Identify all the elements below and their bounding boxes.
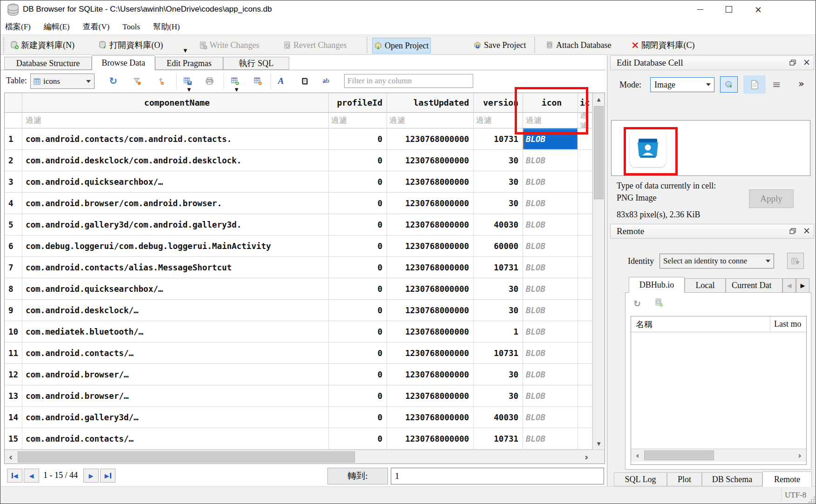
vertical-scroll-thumb[interactable]: [594, 106, 604, 199]
close-panel-button[interactable]: ×: [801, 57, 812, 67]
cell-icon-blob[interactable]: BLOB: [523, 300, 578, 321]
cell-icon-blob[interactable]: BLOB: [523, 407, 578, 428]
cell-profileId[interactable]: 0: [329, 193, 387, 214]
cell-componentName[interactable]: com.android.quicksearchbox/…: [22, 278, 329, 300]
tab-scroll-left-button[interactable]: ◀: [782, 278, 796, 293]
table-select[interactable]: icons: [30, 74, 95, 89]
row-number[interactable]: 10: [5, 321, 22, 343]
float-panel-button[interactable]: [787, 58, 798, 67]
row-number[interactable]: 8: [5, 278, 22, 300]
resize-grip[interactable]: [808, 496, 815, 503]
cell-partial[interactable]: [578, 214, 592, 235]
cell-partial[interactable]: [578, 428, 592, 450]
filter-componentName[interactable]: 過濾: [22, 113, 329, 128]
cell-version[interactable]: 30: [474, 300, 523, 321]
cell-partial[interactable]: [578, 300, 592, 321]
scroll-left-button[interactable]: ‹: [5, 450, 17, 464]
menu-help[interactable]: 幫助(H): [153, 21, 180, 32]
cell-lastUpdated[interactable]: 1230768000000: [387, 171, 474, 193]
horizontal-scrollbar[interactable]: ‹ ›: [5, 450, 605, 464]
import-certificate-button[interactable]: [787, 253, 804, 269]
cell-version[interactable]: 30: [474, 171, 523, 193]
dictionary-button[interactable]: [298, 74, 312, 88]
cell-version[interactable]: 10731: [474, 257, 523, 278]
filter-lastUpdated[interactable]: 過濾: [387, 113, 474, 128]
cell-componentName[interactable]: com.android.browser/com.android.browser.: [22, 193, 329, 214]
cell-componentName[interactable]: com.android.deskclock/com.android.deskcl…: [22, 150, 329, 171]
next-page-button[interactable]: ▶: [83, 469, 99, 483]
remote-refresh-icon[interactable]: ↻: [633, 298, 641, 309]
cell-icon-blob[interactable]: BLOB: [523, 193, 578, 214]
cell-componentName[interactable]: com.android.contacts/alias.MessageShortc…: [22, 257, 329, 278]
cell-componentName[interactable]: com.android.quicksearchbox/…: [22, 171, 329, 193]
last-page-button[interactable]: ▶: [100, 469, 116, 483]
cell-profileId[interactable]: 0: [329, 128, 387, 150]
cell-version[interactable]: 30: [474, 150, 523, 171]
remote-header-last-modified[interactable]: Last mo: [770, 316, 806, 332]
cell-partial[interactable]: [578, 407, 592, 428]
remote-scroll-thumb[interactable]: [644, 450, 714, 460]
menu-edit[interactable]: 編輯(E): [44, 21, 70, 32]
cell-profileId[interactable]: 0: [329, 171, 387, 193]
cell-componentName[interactable]: com.android.deskclock/…: [22, 300, 329, 321]
word-wrap-icon[interactable]: ≡: [772, 79, 781, 90]
cell-lastUpdated[interactable]: 1230768000000: [387, 364, 474, 385]
cell-componentName[interactable]: com.android.contacts/…: [22, 428, 329, 450]
cell-icon-blob[interactable]: BLOB: [523, 171, 578, 193]
cell-icon-blob[interactable]: BLOB: [523, 150, 578, 171]
import-data-button[interactable]: [720, 76, 738, 93]
cell-partial[interactable]: [578, 257, 592, 278]
row-number[interactable]: 1: [5, 128, 22, 150]
cell-profileId[interactable]: 0: [329, 428, 387, 450]
new-database-button[interactable]: 新建資料庫(N): [9, 38, 76, 53]
cell-lastUpdated[interactable]: 1230768000000: [387, 214, 474, 235]
cell-icon-blob[interactable]: BLOB: [523, 128, 578, 150]
previous-page-button[interactable]: ◀: [24, 469, 39, 483]
open-database-dropdown-arrow[interactable]: ▼: [184, 48, 187, 53]
header-icon[interactable]: icon: [523, 93, 578, 113]
print-button[interactable]: [203, 74, 217, 88]
identity-select[interactable]: Select an identity to conne: [660, 254, 774, 269]
scroll-right-button[interactable]: ›: [580, 450, 592, 464]
open-database-button[interactable]: 打開資料庫(O): [97, 38, 165, 53]
row-number[interactable]: 12: [5, 364, 22, 385]
remote-header-name[interactable]: 名稱: [631, 316, 770, 332]
delete-record-button[interactable]: [251, 74, 265, 88]
vertical-scrollbar[interactable]: ▲ ▼: [592, 93, 605, 450]
cell-icon-blob[interactable]: BLOB: [523, 214, 578, 235]
scroll-up-button[interactable]: ▲: [593, 93, 605, 105]
row-number[interactable]: 13: [5, 385, 22, 407]
header-version[interactable]: version: [474, 93, 523, 113]
cell-version[interactable]: 60000: [474, 235, 523, 257]
mode-select[interactable]: Image: [650, 77, 714, 92]
cell-lastUpdated[interactable]: 1230768000000: [387, 235, 474, 257]
cell-lastUpdated[interactable]: 1230768000000: [387, 257, 474, 278]
cell-partial[interactable]: [578, 364, 592, 385]
menu-file[interactable]: 檔案(F): [5, 21, 31, 32]
row-number[interactable]: 11: [5, 343, 22, 364]
row-number[interactable]: 14: [5, 407, 22, 428]
cell-lastUpdated[interactable]: 1230768000000: [387, 300, 474, 321]
dock-tab-db-schema[interactable]: DB Schema: [702, 472, 762, 486]
cell-partial[interactable]: [578, 385, 592, 407]
cell-profileId[interactable]: 0: [329, 343, 387, 364]
cell-lastUpdated[interactable]: 1230768000000: [387, 428, 474, 450]
filter-partial[interactable]: 過濾: [578, 113, 592, 128]
filter-icon[interactable]: 過濾: [523, 113, 578, 128]
first-page-button[interactable]: ◀: [7, 469, 22, 483]
cell-version[interactable]: 40030: [474, 407, 523, 428]
cell-partial[interactable]: [578, 343, 592, 364]
maximize-button[interactable]: [718, 2, 740, 17]
cell-partial[interactable]: [578, 235, 592, 257]
cell-lastUpdated[interactable]: 1230768000000: [387, 385, 474, 407]
row-number[interactable]: 9: [5, 300, 22, 321]
header-lastUpdated[interactable]: lastUpdated: [387, 93, 474, 113]
goto-button[interactable]: 轉到:: [327, 468, 388, 484]
close-database-button[interactable]: × 關閉資料庫(C): [629, 38, 697, 53]
row-number[interactable]: 15: [5, 428, 22, 450]
cell-profileId[interactable]: 0: [329, 235, 387, 257]
cell-icon-blob[interactable]: BLOB: [523, 257, 578, 278]
write-changes-button[interactable]: Write Changes: [198, 38, 261, 53]
cell-partial[interactable]: [578, 321, 592, 343]
cell-profileId[interactable]: 0: [329, 300, 387, 321]
